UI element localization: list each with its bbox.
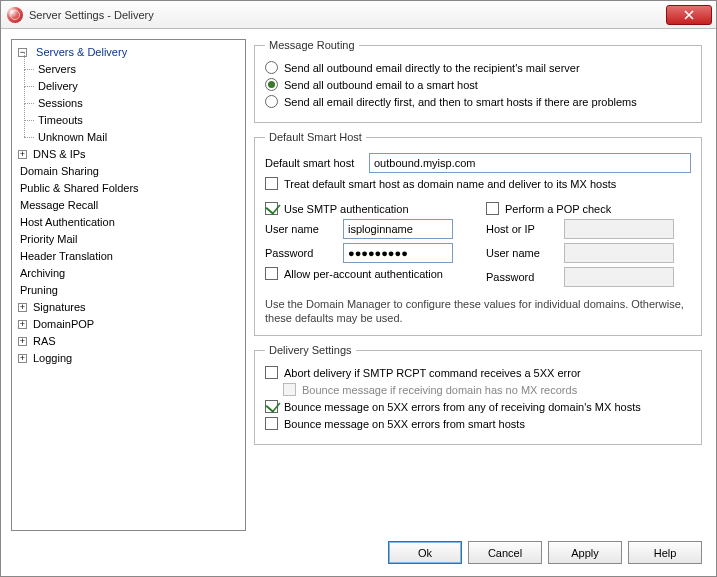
radio-fallback[interactable] xyxy=(265,95,278,108)
tree-domainpop[interactable]: DomainPOP xyxy=(31,318,96,330)
check-abort-rcpt[interactable] xyxy=(265,366,278,379)
pop-user-input[interactable] xyxy=(564,243,674,263)
pop-host-input[interactable] xyxy=(564,219,674,239)
check-pop[interactable] xyxy=(486,202,499,215)
server-settings-window: Server Settings - Delivery − Servers & D… xyxy=(0,0,717,577)
check-treat-mx[interactable] xyxy=(265,177,278,190)
tree-public-shared[interactable]: Public & Shared Folders xyxy=(18,182,141,194)
tree-servers-delivery[interactable]: Servers & Delivery xyxy=(34,46,129,58)
dialog-buttons: Ok Cancel Apply Help xyxy=(1,531,716,576)
tree-timeouts[interactable]: Timeouts xyxy=(36,114,85,126)
smart-host-note: Use the Domain Manager to configure thes… xyxy=(265,297,691,325)
smart-host-legend: Default Smart Host xyxy=(265,131,366,143)
default-smart-host-label: Default smart host xyxy=(265,157,361,169)
tree-domain-sharing[interactable]: Domain Sharing xyxy=(18,165,101,177)
smtp-pass-label: Password xyxy=(265,247,335,259)
tree-dns-ips[interactable]: DNS & IPs xyxy=(31,148,88,160)
check-bounce-no-mx-label: Bounce message if receiving domain has n… xyxy=(302,384,577,396)
message-routing-group: Message Routing Send all outbound email … xyxy=(254,39,702,123)
tree-header-translation[interactable]: Header Translation xyxy=(18,250,115,262)
tree-host-auth[interactable]: Host Authentication xyxy=(18,216,117,228)
tree-servers[interactable]: Servers xyxy=(36,63,78,75)
pop-user-label: User name xyxy=(486,247,556,259)
tree-sessions[interactable]: Sessions xyxy=(36,97,85,109)
tree-delivery[interactable]: Delivery xyxy=(36,80,80,92)
tree-archiving[interactable]: Archiving xyxy=(18,267,67,279)
tree-pruning[interactable]: Pruning xyxy=(18,284,60,296)
pop-host-label: Host or IP xyxy=(486,223,556,235)
tree-logging[interactable]: Logging xyxy=(31,352,74,364)
check-treat-mx-label[interactable]: Treat default smart host as domain name … xyxy=(284,178,616,190)
close-button[interactable] xyxy=(666,5,712,25)
delivery-settings-legend: Delivery Settings xyxy=(265,344,356,356)
cancel-button[interactable]: Cancel xyxy=(468,541,542,564)
radio-direct-label[interactable]: Send all outbound email directly to the … xyxy=(284,62,580,74)
expander-domainpop[interactable]: + xyxy=(18,320,27,329)
check-per-account-label[interactable]: Allow per-account authentication xyxy=(284,268,443,280)
tree-message-recall[interactable]: Message Recall xyxy=(18,199,100,211)
pop-pass-label: Password xyxy=(486,271,556,283)
default-smart-host-input[interactable] xyxy=(369,153,691,173)
close-icon xyxy=(684,10,694,20)
smtp-user-label: User name xyxy=(265,223,335,235)
apply-button[interactable]: Apply xyxy=(548,541,622,564)
pop-pass-input[interactable] xyxy=(564,267,674,287)
expander-signatures[interactable]: + xyxy=(18,303,27,312)
smart-host-group: Default Smart Host Default smart host Tr… xyxy=(254,131,702,336)
radio-fallback-label[interactable]: Send all email directly first, and then … xyxy=(284,96,637,108)
check-bounce-mx-5xx[interactable] xyxy=(265,400,278,413)
expander-ras[interactable]: + xyxy=(18,337,27,346)
expander-servers-delivery[interactable]: − xyxy=(18,48,27,57)
check-bounce-no-mx xyxy=(283,383,296,396)
smtp-user-input[interactable] xyxy=(343,219,453,239)
expander-logging[interactable]: + xyxy=(18,354,27,363)
tree-priority-mail[interactable]: Priority Mail xyxy=(18,233,79,245)
tree-signatures[interactable]: Signatures xyxy=(31,301,88,313)
check-per-account[interactable] xyxy=(265,267,278,280)
check-bounce-smart-5xx-label[interactable]: Bounce message on 5XX errors from smart … xyxy=(284,418,525,430)
tree-unknown-mail[interactable]: Unknown Mail xyxy=(36,131,109,143)
delivery-settings-group: Delivery Settings Abort delivery if SMTP… xyxy=(254,344,702,445)
tree-ras[interactable]: RAS xyxy=(31,335,58,347)
radio-smart-host-label[interactable]: Send all outbound email to a smart host xyxy=(284,79,478,91)
check-pop-label[interactable]: Perform a POP check xyxy=(505,203,611,215)
radio-smart-host[interactable] xyxy=(265,78,278,91)
check-smtp-auth-label[interactable]: Use SMTP authentication xyxy=(284,203,409,215)
window-title: Server Settings - Delivery xyxy=(29,9,666,21)
check-bounce-mx-5xx-label[interactable]: Bounce message on 5XX errors from any of… xyxy=(284,401,641,413)
radio-direct[interactable] xyxy=(265,61,278,74)
message-routing-legend: Message Routing xyxy=(265,39,359,51)
check-abort-rcpt-label[interactable]: Abort delivery if SMTP RCPT command rece… xyxy=(284,367,581,379)
ok-button[interactable]: Ok xyxy=(388,541,462,564)
check-bounce-smart-5xx[interactable] xyxy=(265,417,278,430)
check-smtp-auth[interactable] xyxy=(265,202,278,215)
expander-dns-ips[interactable]: + xyxy=(18,150,27,159)
smtp-pass-input[interactable] xyxy=(343,243,453,263)
titlebar: Server Settings - Delivery xyxy=(1,1,716,29)
app-icon xyxy=(7,7,23,23)
nav-tree[interactable]: − Servers & Delivery Servers Delivery Se… xyxy=(11,39,246,531)
help-button[interactable]: Help xyxy=(628,541,702,564)
settings-panel: Message Routing Send all outbound email … xyxy=(254,39,706,531)
